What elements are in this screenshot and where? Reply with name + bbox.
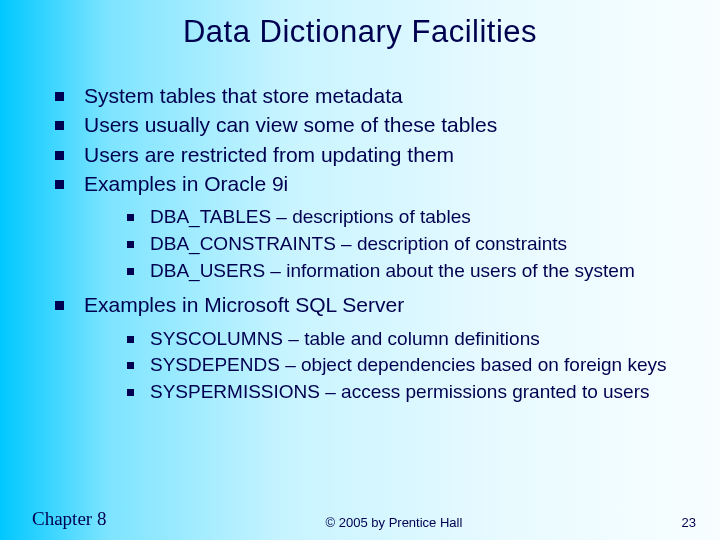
page-number: 23 <box>682 515 696 530</box>
sub-bullet-text: DBA_TABLES – descriptions of tables <box>150 205 471 230</box>
bullet-item: System tables that store metadata <box>55 82 700 109</box>
bullet-item: Examples in Oracle 9i <box>55 170 700 197</box>
bullet-item: Users are restricted from updating them <box>55 141 700 168</box>
square-bullet-icon <box>127 214 134 221</box>
square-bullet-icon <box>55 151 64 160</box>
square-bullet-icon <box>55 92 64 101</box>
sub-bullet-item: DBA_USERS – information about the users … <box>127 259 700 284</box>
sub-bullet-item: DBA_TABLES – descriptions of tables <box>127 205 700 230</box>
sub-bullet-text: DBA_USERS – information about the users … <box>150 259 635 284</box>
sub-bullet-text: SYSPERMISSIONS – access permissions gran… <box>150 380 649 405</box>
bullet-item: Examples in Microsoft SQL Server <box>55 291 700 318</box>
bullet-text: Examples in Microsoft SQL Server <box>84 291 404 318</box>
square-bullet-icon <box>127 389 134 396</box>
sub-bullet-item: DBA_CONSTRAINTS – description of constra… <box>127 232 700 257</box>
sub-bullet-item: SYSCOLUMNS – table and column definition… <box>127 327 700 352</box>
slide-title: Data Dictionary Facilities <box>0 0 720 60</box>
slide-content: System tables that store metadata Users … <box>0 60 720 413</box>
main-bullet-list: Examples in Microsoft SQL Server <box>55 291 700 318</box>
sub-bullet-text: DBA_CONSTRAINTS – description of constra… <box>150 232 567 257</box>
sql-sublist: SYSCOLUMNS – table and column definition… <box>55 321 700 413</box>
sub-bullet-text: SYSCOLUMNS – table and column definition… <box>150 327 540 352</box>
sub-bullet-text: SYSDEPENDS – object dependencies based o… <box>150 353 666 378</box>
bullet-text: Users are restricted from updating them <box>84 141 454 168</box>
sub-bullet-item: SYSPERMISSIONS – access permissions gran… <box>127 380 700 405</box>
sub-bullet-item: SYSDEPENDS – object dependencies based o… <box>127 353 700 378</box>
square-bullet-icon <box>55 121 64 130</box>
square-bullet-icon <box>127 336 134 343</box>
oracle-sublist: DBA_TABLES – descriptions of tables DBA_… <box>55 199 700 291</box>
bullet-text: Examples in Oracle 9i <box>84 170 288 197</box>
bullet-text: System tables that store metadata <box>84 82 403 109</box>
copyright-text: © 2005 by Prentice Hall <box>106 515 681 530</box>
square-bullet-icon <box>127 362 134 369</box>
square-bullet-icon <box>127 268 134 275</box>
bullet-text: Users usually can view some of these tab… <box>84 111 497 138</box>
square-bullet-icon <box>55 180 64 189</box>
bullet-item: Users usually can view some of these tab… <box>55 111 700 138</box>
square-bullet-icon <box>55 301 64 310</box>
slide-footer: Chapter 8 © 2005 by Prentice Hall 23 <box>0 508 720 530</box>
main-bullet-list: System tables that store metadata Users … <box>55 82 700 197</box>
chapter-label: Chapter 8 <box>32 508 106 530</box>
square-bullet-icon <box>127 241 134 248</box>
